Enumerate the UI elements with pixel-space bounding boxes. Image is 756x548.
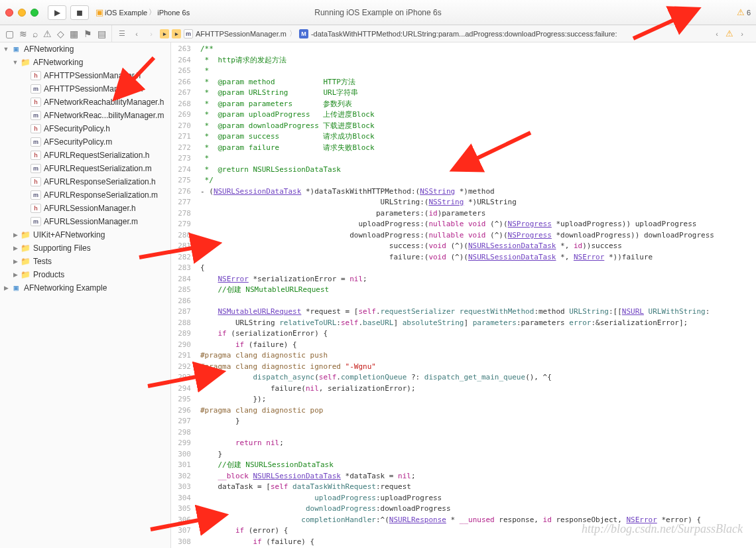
- group-row[interactable]: ▶📁Products: [0, 268, 170, 281]
- scheme-selector[interactable]: ▣ iOS Example 〉 iPhone 6s: [95, 7, 190, 17]
- project-root[interactable]: ▼ ▣ AFNetworking: [0, 42, 170, 56]
- folder-icon: 📁: [20, 58, 31, 67]
- file-row[interactable]: hAFURLRequestSerialization.h: [0, 149, 170, 162]
- app-icon: ▣: [95, 7, 103, 17]
- file-name: AFNetworkReac...bilityManager.m: [44, 111, 164, 120]
- folder-icon: 📁: [20, 230, 31, 240]
- jump-bar-symbol: -dataTaskWithHTTPMethod:URLString:param.…: [311, 30, 617, 38]
- annotation-arrow-icon: [145, 366, 211, 394]
- annotation-arrow-icon: [136, 238, 209, 265]
- device-name: iPhone 6s: [157, 9, 190, 17]
- prev-issue-button[interactable]: ‹: [711, 30, 723, 38]
- related-items-icon[interactable]: ☰: [116, 29, 128, 38]
- file-name: AFSecurityPolicy.h: [44, 124, 110, 133]
- group-name: Tests: [33, 257, 52, 266]
- line-gutter: 263 264 265 266 267 268 269 270 271 272 …: [171, 42, 195, 548]
- disclosure-triangle-icon[interactable]: ▶: [1, 285, 11, 291]
- m-file-icon: m: [31, 111, 41, 120]
- find-navigator-tab[interactable]: ⌕: [32, 29, 38, 39]
- activity-status: Running iOS Example on iPhone 6s: [314, 8, 441, 17]
- scheme-name: iOS Example: [105, 9, 147, 17]
- debug-navigator-tab[interactable]: ▦: [70, 29, 78, 39]
- code-editor[interactable]: 263 264 265 266 267 268 269 270 271 272 …: [171, 42, 756, 548]
- test-navigator-tab[interactable]: ◇: [57, 29, 64, 39]
- next-issue-button[interactable]: ›: [736, 30, 748, 38]
- navigator-tabs: ▢ ≋ ⌕ ⚠ ◇ ▦ ⚑ ▤: [0, 29, 111, 39]
- group-name: Products: [33, 270, 64, 279]
- project-icon: ▣: [11, 44, 21, 54]
- disclosure-triangle-icon[interactable]: ▶: [11, 271, 20, 278]
- file-row[interactable]: mAFSecurityPolicy.m: [0, 135, 170, 149]
- file-name: AFNetworkReachabilityManager.h: [44, 98, 164, 107]
- zoom-window-button[interactable]: [31, 9, 38, 17]
- file-row[interactable]: hAFSecurityPolicy.h: [0, 122, 170, 135]
- file-icon: m: [184, 29, 193, 38]
- annotation-arrow-icon: [464, 129, 537, 171]
- symbol-navigator-tab[interactable]: ≋: [19, 29, 27, 39]
- file-row[interactable]: mAFNetworkReac...bilityManager.m: [0, 109, 170, 122]
- issue-navigator-tab[interactable]: ⚠: [43, 29, 52, 39]
- warning-icon: ⚠: [725, 29, 733, 38]
- issues-badge[interactable]: ⚠ 6: [737, 7, 751, 17]
- file-name: AFSecurityPolicy.m: [44, 137, 112, 147]
- project-icon: ▣: [11, 283, 21, 293]
- forward-button[interactable]: ›: [145, 30, 157, 38]
- run-button[interactable]: ▶: [48, 5, 66, 20]
- file-name: AFURLResponseSerialization.m: [44, 190, 158, 200]
- file-name: AFURLSessionManager.h: [44, 204, 136, 213]
- annotation-arrow-icon: [121, 54, 160, 96]
- disclosure-triangle-icon[interactable]: ▶: [11, 258, 20, 265]
- folder-icon: 📁: [20, 270, 31, 279]
- h-file-icon: h: [31, 151, 41, 160]
- file-name: AFURLSessionManager.m: [44, 217, 138, 226]
- breakpoint-navigator-tab[interactable]: ⚑: [84, 29, 92, 39]
- h-file-icon: h: [31, 204, 41, 213]
- m-file-icon: m: [31, 137, 41, 147]
- m-file-icon: m: [31, 190, 41, 200]
- file-row[interactable]: mAFURLSessionManager.m: [0, 215, 170, 228]
- file-row[interactable]: hAFURLSessionManager.h: [0, 202, 170, 215]
- file-name: AFURLResponseSerialization.h: [44, 177, 156, 186]
- disclosure-triangle-icon[interactable]: ▼: [1, 46, 11, 52]
- m-file-icon: m: [31, 164, 41, 173]
- annotation-arrow-icon: [147, 510, 214, 537]
- h-file-icon: h: [31, 177, 41, 186]
- file-row[interactable]: hAFNetworkReachabilityManager.h: [0, 96, 170, 109]
- minimize-window-button[interactable]: [18, 9, 26, 17]
- annotation-arrow-icon: [630, 12, 690, 46]
- h-file-icon: h: [31, 124, 41, 133]
- m-file-icon: m: [31, 84, 41, 94]
- window-controls: [5, 9, 38, 17]
- report-navigator-tab[interactable]: ▤: [97, 29, 106, 39]
- close-window-button[interactable]: [5, 9, 13, 17]
- m-file-icon: m: [31, 217, 41, 226]
- watermark: http://blog.csdn.net/SurpassBlack: [582, 522, 743, 536]
- file-row[interactable]: hAFURLResponseSerialization.h: [0, 175, 170, 188]
- file-row[interactable]: mAFURLRequestSerialization.m: [0, 162, 170, 175]
- folder-icon: ▸: [172, 29, 181, 38]
- code-content[interactable]: /** * http请求的发起方法 * * @param method HTTP…: [195, 42, 756, 548]
- project-navigator: ▼ ▣ AFNetworking ▼ 📁 AFNetworking hAFHTT…: [0, 42, 171, 548]
- project-name: AFNetworking Example: [24, 283, 107, 293]
- disclosure-triangle-icon[interactable]: ▼: [11, 59, 20, 66]
- file-name: AFURLRequestSerialization.h: [44, 151, 149, 160]
- back-button[interactable]: ‹: [131, 30, 143, 38]
- jump-bar-file: AFHTTPSessionManager.m: [196, 30, 286, 38]
- project-name: AFNetworking: [24, 44, 74, 54]
- disclosure-triangle-icon[interactable]: ▶: [11, 245, 20, 251]
- group-name: UIKit+AFNetworking: [33, 230, 105, 240]
- folder-icon: 📁: [20, 243, 31, 253]
- folder-icon: 📁: [20, 257, 31, 266]
- file-row[interactable]: mAFURLResponseSerialization.m: [0, 188, 170, 202]
- disclosure-triangle-icon[interactable]: ▶: [11, 232, 20, 238]
- group-name: AFNetworking: [33, 58, 83, 67]
- file-name: AFURLRequestSerialization.m: [44, 164, 152, 173]
- h-file-icon: h: [31, 98, 41, 107]
- project-navigator-tab[interactable]: ▢: [5, 29, 14, 39]
- main-area: ▼ ▣ AFNetworking ▼ 📁 AFNetworking hAFHTT…: [0, 42, 756, 548]
- project-row[interactable]: ▶ ▣ AFNetworking Example: [0, 281, 170, 295]
- method-icon: M: [299, 29, 308, 38]
- stop-button[interactable]: ◼: [70, 5, 89, 20]
- folder-icon: ▸: [160, 29, 169, 38]
- group-name: Supporting Files: [33, 243, 91, 253]
